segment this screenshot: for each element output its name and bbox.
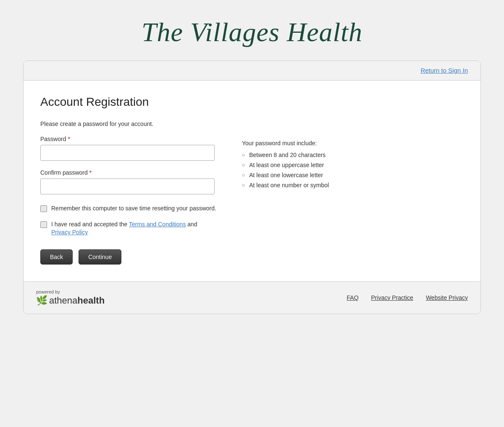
terms-checkbox[interactable] (40, 221, 47, 228)
form-description: Please create a password for your accoun… (40, 121, 464, 127)
password-rules: Your password must include: Between 8 an… (242, 140, 464, 189)
form-columns: Password * Confirm password * (40, 136, 464, 265)
form-right: Your password must include: Between 8 an… (242, 136, 464, 192)
password-field-group: Password * (40, 136, 217, 161)
privacy-policy-link[interactable]: Privacy Policy (51, 229, 88, 236)
terms-item: I have read and accepted the Terms and C… (40, 220, 217, 237)
checkboxes-section: Remember this computer to save time rese… (40, 204, 217, 237)
password-rules-title: Your password must include: (242, 140, 464, 147)
top-bar: Return to Sign In (24, 61, 480, 81)
rule-item: At least one number or symbol (242, 182, 464, 189)
rule-item: At least one uppercase letter (242, 162, 464, 168)
back-button[interactable]: Back (40, 249, 73, 265)
powered-by-text: powered by (36, 289, 60, 294)
athena-logo: 🌿 athenahealth (36, 295, 105, 306)
privacy-practice-link[interactable]: Privacy Practice (371, 294, 413, 301)
rule-item: At least one lowercase letter (242, 172, 464, 178)
website-privacy-link[interactable]: Website Privacy (426, 294, 468, 301)
password-input[interactable] (40, 145, 215, 161)
password-label: Password * (40, 136, 217, 142)
remember-computer-checkbox[interactable] (40, 205, 47, 212)
remember-computer-label: Remember this computer to save time rese… (51, 204, 216, 213)
athena-leaf-icon: 🌿 (36, 295, 47, 306)
site-logo: The Villages Health (142, 17, 362, 48)
footer-bar: powered by 🌿 athenahealth FAQ Privacy Pr… (24, 281, 480, 314)
continue-button[interactable]: Continue (79, 249, 121, 265)
terms-link[interactable]: Terms and Conditions (129, 221, 186, 228)
powered-by-section: powered by 🌿 athenahealth (36, 289, 105, 306)
logo-area: The Villages Health (142, 17, 362, 48)
rule-item: Between 8 and 20 characters (242, 152, 464, 158)
confirm-password-input[interactable] (40, 178, 215, 194)
return-to-signin-link[interactable]: Return to Sign In (420, 67, 468, 74)
terms-label: I have read and accepted the Terms and C… (51, 220, 197, 237)
buttons-section: Back Continue (40, 249, 217, 265)
footer-links: FAQ Privacy Practice Website Privacy (347, 294, 468, 301)
confirm-password-field-group: Confirm password * (40, 169, 217, 194)
rules-list: Between 8 and 20 charactersAt least one … (242, 152, 464, 189)
confirm-password-label: Confirm password * (40, 169, 217, 176)
remember-computer-item: Remember this computer to save time rese… (40, 204, 217, 213)
content-area: Account Registration Please create a pas… (24, 81, 480, 281)
form-left: Password * Confirm password * (40, 136, 217, 265)
page-title: Account Registration (40, 95, 464, 109)
athena-logo-text: athenahealth (49, 295, 105, 306)
main-container: Return to Sign In Account Registration P… (23, 60, 481, 314)
faq-link[interactable]: FAQ (347, 294, 359, 301)
password-required-star: * (68, 136, 70, 142)
confirm-password-required-star: * (89, 169, 92, 176)
